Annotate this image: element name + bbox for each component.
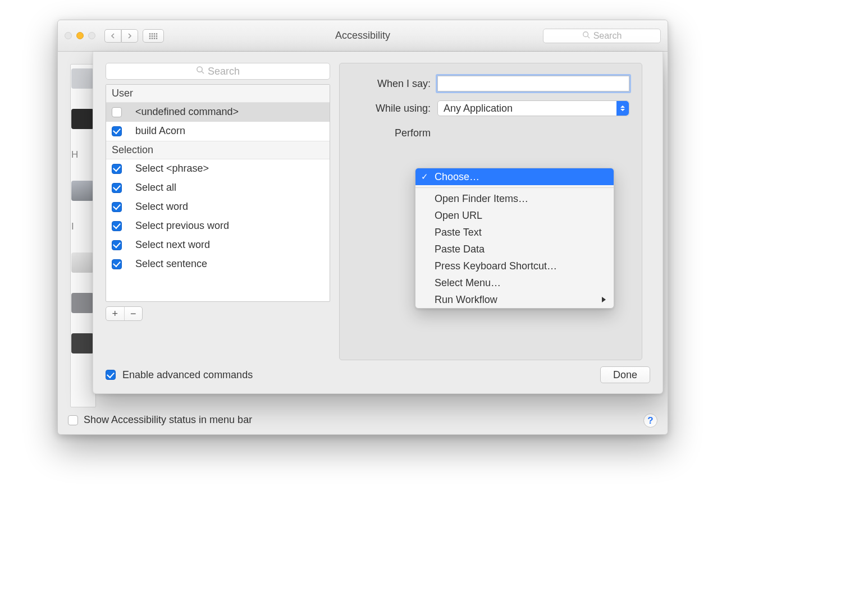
remove-command-button[interactable]: − [125,307,143,320]
close-window-button[interactable] [65,32,72,39]
accessibility-status-checkbox[interactable] [68,415,78,425]
command-label: <undefined command> [135,106,239,118]
menu-item[interactable]: Open Finder Items… [415,190,614,207]
list-header: Selection [106,141,330,159]
menu-item-label: Open Finder Items… [435,193,528,205]
add-remove-buttons: + − [106,306,143,321]
back-button[interactable] [104,29,121,43]
menu-item-label: Open URL [435,210,482,222]
menu-item[interactable]: Paste Data [415,241,614,258]
list-item[interactable]: Select <phrase> [106,159,330,178]
menu-item-label: Paste Data [435,244,485,255]
done-label: Done [613,369,637,381]
command-label: Select previous word [135,220,229,232]
list-header: User [106,85,330,103]
window-titlebar: Accessibility Search [58,20,668,52]
add-command-button[interactable]: + [106,307,125,320]
search-icon [582,31,590,40]
list-item[interactable]: Select all [106,178,330,198]
command-label: Select word [135,201,188,213]
forward-button[interactable] [121,29,138,43]
svg-rect-7 [156,35,157,36]
svg-rect-6 [154,35,155,36]
command-enabled-checkbox[interactable] [112,164,122,174]
command-enabled-checkbox[interactable] [112,107,122,117]
when-i-say-input[interactable] [437,76,629,91]
commands-list[interactable]: User <undefined command> build Acorn Sel… [106,84,330,302]
svg-rect-11 [156,38,157,39]
svg-rect-8 [149,38,150,39]
while-using-value: Any Application [444,103,513,114]
list-item[interactable]: Select previous word [106,217,330,236]
window-search-field[interactable]: Search [543,29,661,43]
command-label: Select sentence [135,258,207,270]
command-enabled-checkbox[interactable] [112,221,122,231]
sidebar-icon-peek-6 [71,333,94,353]
svg-rect-1 [152,33,153,34]
command-enabled-checkbox[interactable] [112,126,122,136]
grid-icon [149,33,158,39]
list-item[interactable]: Select word [106,198,330,217]
svg-rect-3 [156,33,157,34]
svg-line-13 [587,36,590,39]
menu-item[interactable]: Open URL [415,207,614,224]
svg-point-14 [197,67,202,72]
window-search-placeholder: Search [593,31,622,41]
enable-advanced-label: Enable advanced commands [122,369,253,381]
command-enabled-checkbox[interactable] [112,202,122,212]
svg-rect-2 [154,33,155,34]
sidebar-icon-peek-1 [71,68,94,89]
popup-stepper-icon [616,101,629,116]
system-preferences-window: Accessibility Search H I Show Accessibil… [57,20,668,435]
help-button[interactable]: ? [643,414,657,428]
command-label: Select all [135,182,176,194]
menu-item[interactable]: Press Keyboard Shortcut… [415,258,614,274]
sheet-footer: Enable advanced commands Done [106,366,650,383]
done-button[interactable]: Done [600,366,650,383]
sidebar-label-peek-1: H [71,149,78,160]
commands-search-placeholder: Search [208,66,240,77]
menu-item[interactable]: Select Menu… [415,274,614,291]
svg-rect-10 [154,38,155,39]
while-using-popup[interactable]: Any Application [437,100,629,116]
svg-rect-4 [149,35,150,36]
when-i-say-label: When I say: [352,78,431,90]
sidebar-icon-peek-2 [71,109,94,129]
form-row-while-using: While using: Any Application [352,100,629,116]
sidebar-icon-peek-5 [71,293,94,313]
menu-item-label: Choose… [435,171,479,183]
menu-item-label: Paste Text [435,227,482,238]
enable-advanced-checkbox[interactable] [106,370,116,380]
command-enabled-checkbox[interactable] [112,259,122,269]
menu-separator [415,187,614,188]
menu-item[interactable]: ✓ Choose… [415,168,614,185]
svg-line-15 [202,71,204,74]
command-label: Select next word [135,239,210,251]
perform-dropdown-menu[interactable]: ✓ Choose… Open Finder Items… Open URL Pa… [415,168,614,309]
list-item[interactable]: build Acorn [106,122,330,141]
menu-item[interactable]: Paste Text [415,224,614,241]
sidebar-label-peek-2: I [71,221,74,232]
list-item[interactable]: Select sentence [106,255,330,274]
traffic-lights [65,32,95,39]
list-item[interactable]: <undefined command> [106,103,330,122]
form-row-perform: Perform [352,125,629,141]
menu-item-label: Press Keyboard Shortcut… [435,260,557,272]
menu-item-label: Select Menu… [435,277,501,289]
minimize-window-button[interactable] [76,32,84,39]
question-icon: ? [647,415,653,426]
check-icon: ✓ [421,172,428,182]
list-item[interactable]: Select next word [106,236,330,255]
command-label: build Acorn [135,125,185,137]
command-enabled-checkbox[interactable] [112,240,122,250]
command-enabled-checkbox[interactable] [112,183,122,193]
form-row-when-i-say: When I say: [352,76,629,91]
zoom-window-button[interactable] [88,32,95,39]
svg-rect-5 [152,35,153,36]
show-all-prefs-button[interactable] [143,29,164,43]
commands-search-field[interactable]: Search [106,63,330,80]
menu-item-label: Run Workflow [435,294,497,306]
sheet-left-panel: Search User <undefined command> build Ac… [106,63,330,321]
sidebar-icon-peek-4 [71,252,94,273]
menu-item[interactable]: Run Workflow [415,291,614,308]
